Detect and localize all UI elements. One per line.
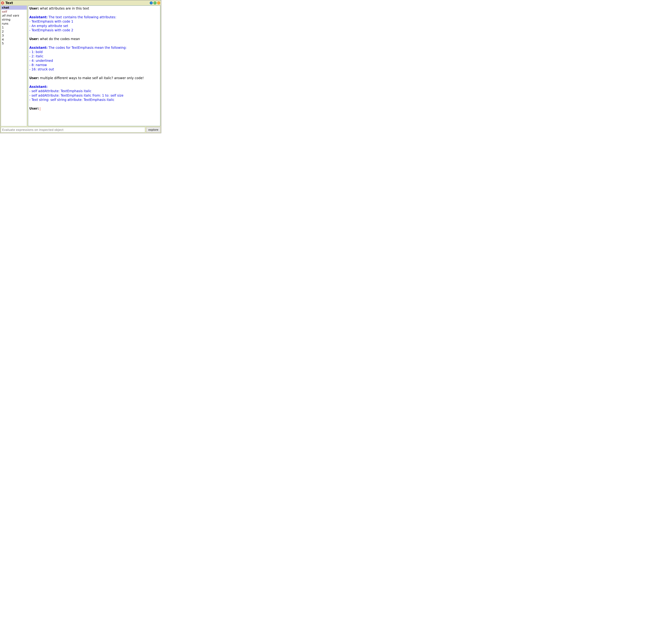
user-label: User: xyxy=(29,6,39,10)
titlebar-right-icons xyxy=(150,1,160,4)
chat-gap xyxy=(29,80,159,85)
chat-pane[interactable]: User: what attributes are in this textAs… xyxy=(28,5,161,126)
chat-user-turn: User: what attributes are in this text xyxy=(29,6,159,11)
user-text xyxy=(39,107,40,111)
chat-user-turn: User: multiple different ways to make se… xyxy=(29,76,159,80)
explore-button[interactable]: explore xyxy=(146,127,161,132)
titlebar: Text xyxy=(1,1,161,5)
text-cursor xyxy=(40,107,40,111)
chat-assistant-turn: Assistant: The codes for TextEmphasis me… xyxy=(29,46,159,72)
chat-gap xyxy=(29,72,159,76)
sidebar-item-chat[interactable]: chat xyxy=(1,6,27,10)
user-label: User: xyxy=(29,37,39,41)
sidebar-item-string[interactable]: string xyxy=(1,18,27,22)
content-row: chatselfall inst varsstringruns12345 Use… xyxy=(1,5,161,126)
sidebar-list[interactable]: chatselfall inst varsstringruns12345 xyxy=(1,5,27,126)
chat-gap xyxy=(29,102,159,106)
sidebar-item-1[interactable]: 1 xyxy=(1,26,27,30)
add-icon[interactable] xyxy=(153,1,157,4)
sidebar-item-5[interactable]: 5 xyxy=(1,41,27,46)
assistant-label: Assistant: xyxy=(29,46,47,50)
chat-assistant-turn: Assistant: The text contains the followi… xyxy=(29,15,159,33)
menu-icon[interactable] xyxy=(150,1,153,4)
chat-assistant-turn: Assistant: - self addAttribute: TextEmph… xyxy=(29,85,159,102)
close-icon[interactable] xyxy=(1,1,4,4)
sidebar-item-all-inst-vars[interactable]: all inst vars xyxy=(1,14,27,18)
sidebar-item-4[interactable]: 4 xyxy=(1,38,27,41)
user-text: what attributes are in this text xyxy=(39,6,89,10)
chat-gap xyxy=(29,11,159,15)
chat-gap xyxy=(29,41,159,45)
user-text: multiple different ways to make self all… xyxy=(39,76,144,80)
sidebar-item-2[interactable]: 2 xyxy=(1,30,27,34)
sidebar-item-3[interactable]: 3 xyxy=(1,34,27,38)
assistant-label: Assistant: xyxy=(29,15,47,19)
collapse-icon[interactable] xyxy=(157,1,160,4)
sidebar-item-runs[interactable]: runs xyxy=(1,22,27,26)
chat-user-turn: User: what do the codes mean xyxy=(29,37,159,41)
titlebar-left-icons xyxy=(1,1,4,4)
assistant-text: The codes for TextEmphasis mean the foll… xyxy=(29,46,127,71)
window-title: Text xyxy=(5,1,150,5)
user-label: User: xyxy=(29,107,39,111)
inspector-window: Text chatselfall inst varsstringruns1234… xyxy=(0,0,161,133)
user-text: what do the codes mean xyxy=(39,37,80,41)
sidebar-item-self[interactable]: self xyxy=(1,10,27,14)
chat-gap xyxy=(29,32,159,37)
bottom-row: explore xyxy=(1,127,161,132)
assistant-label: Assistant: xyxy=(29,85,47,89)
eval-input[interactable] xyxy=(1,127,145,132)
chat-user-turn: User: xyxy=(29,106,159,111)
user-label: User: xyxy=(29,76,39,80)
